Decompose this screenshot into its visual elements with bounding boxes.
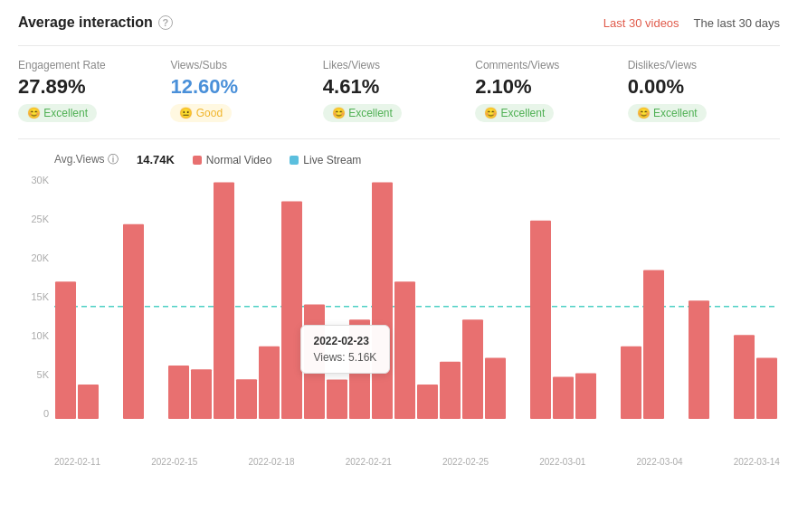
y-label: 10K [18,330,49,341]
metric-badge-3: 😊 Excellent [475,104,613,122]
legend-live-stream: Live Stream [290,154,361,166]
header-divider [18,45,780,46]
y-label: 5K [18,369,49,380]
bar[interactable] [191,369,212,419]
legend-live-label: Live Stream [303,154,361,166]
metric-label-3: Comments/Views [475,59,613,71]
metrics-row: Engagement Rate27.89%😊 ExcellentViews/Su… [18,59,780,122]
x-label: 2022-02-11 [54,457,100,467]
badge-4: 😊 Excellent [628,104,707,122]
x-label: 2022-02-25 [442,457,489,467]
metric-label-4: Dislikes/Views [628,59,765,71]
x-label: 2022-02-21 [346,457,392,467]
metric-item-0: Engagement Rate27.89%😊 Excellent [18,59,170,122]
avg-views-value: 14.74K [137,153,175,166]
legend-blue-icon [290,156,299,165]
bar[interactable] [440,362,461,419]
badge-2: 😊 Excellent [323,104,402,122]
metric-value-1: 12.60% [170,75,308,99]
metric-label-1: Views/Subs [170,59,308,71]
bar[interactable] [756,358,777,420]
metric-badge-1: 😐 Good [170,104,308,122]
bar[interactable] [123,224,144,419]
chart-area: Avg.Views ⓘ 14.74K Normal Video Live Str… [18,152,780,467]
metric-badge-0: 😊 Excellent [18,104,156,122]
tab-last30videos[interactable]: Last 30 videos [603,16,679,30]
bar[interactable] [236,379,257,419]
badge-1: 😐 Good [170,104,232,122]
metric-label-0: Engagement Rate [18,59,156,71]
metric-item-3: Comments/Views2.10%😊 Excellent [475,59,627,122]
bar[interactable] [575,373,596,419]
bar[interactable] [304,304,325,419]
legend-red-icon [193,156,202,165]
x-axis: 2022-02-112022-02-152022-02-182022-02-21… [18,457,780,467]
metric-item-4: Dislikes/Views0.00%😊 Excellent [628,59,780,122]
badge-0: 😊 Excellent [18,104,97,122]
metric-value-2: 4.61% [323,75,461,99]
bar[interactable] [394,281,415,419]
avg-views-label: Avg.Views ⓘ [54,152,119,167]
y-label: 0 [18,408,49,419]
y-label: 15K [18,291,49,302]
metric-item-1: Views/Subs12.60%😐 Good [170,59,322,122]
bar[interactable] [553,377,574,419]
bar[interactable] [372,182,393,419]
bar[interactable] [643,270,664,419]
chart-legend: Avg.Views ⓘ 14.74K Normal Video Live Str… [18,152,780,167]
header-tabs: Last 30 videos The last 30 days [603,16,780,30]
bar[interactable] [530,221,551,419]
legend-normal-label: Normal Video [206,154,271,166]
metric-value-0: 27.89% [18,75,156,99]
bar[interactable] [349,319,370,419]
y-label: 20K [18,252,49,263]
page-title: Average interaction ? [18,14,173,31]
metric-item-2: Likes/Views4.61%😊 Excellent [323,59,475,122]
x-label: 2022-03-04 [637,457,683,467]
x-label: 2022-03-01 [539,457,585,467]
title-text: Average interaction [18,14,153,31]
chart-svg [54,175,778,423]
metric-label-2: Likes/Views [323,59,461,71]
chart-wrapper: 30K25K20K15K10K5K0 2022-02-23 Views: 5.1… [18,175,780,455]
bar[interactable] [214,182,234,419]
metric-badge-2: 😊 Excellent [323,104,461,122]
badge-3: 😊 Excellent [475,104,554,122]
metric-value-4: 0.00% [628,75,765,99]
metric-value-3: 2.10% [475,75,613,99]
bar[interactable] [168,366,189,419]
metric-badge-4: 😊 Excellent [628,104,765,122]
x-label: 2022-02-18 [249,457,295,467]
bar[interactable] [55,281,76,419]
x-label: 2022-02-15 [151,457,197,467]
metrics-divider [18,138,780,139]
bar[interactable] [281,202,302,419]
bar[interactable] [485,358,506,420]
help-icon[interactable]: ? [158,15,173,30]
header: Average interaction ? Last 30 videos The… [18,14,780,31]
y-axis: 30K25K20K15K10K5K0 [18,175,49,419]
bar[interactable] [734,335,755,419]
bar[interactable] [621,347,641,419]
page-container: Average interaction ? Last 30 videos The… [0,0,798,532]
bar[interactable] [417,385,438,419]
bar[interactable] [327,379,347,419]
y-label: 30K [18,175,49,185]
y-label: 25K [18,214,49,224]
bar[interactable] [78,385,99,419]
tab-last30days[interactable]: The last 30 days [694,16,780,30]
bar[interactable] [689,300,709,419]
bar[interactable] [462,319,483,419]
legend-normal-video: Normal Video [193,154,271,166]
x-label: 2022-03-14 [734,457,780,467]
bar[interactable] [259,347,280,419]
